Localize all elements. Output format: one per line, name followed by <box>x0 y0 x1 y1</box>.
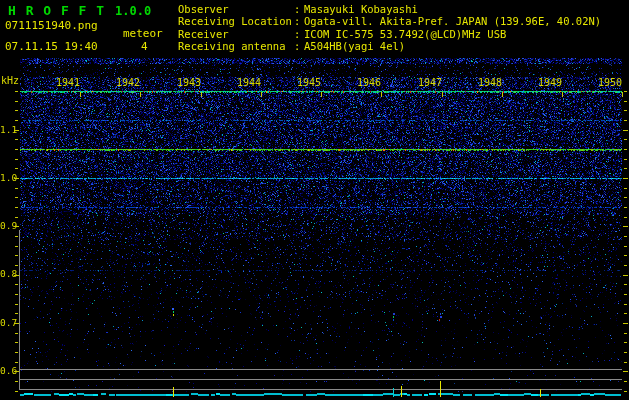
output-filename: 0711151940.png <box>5 20 98 31</box>
app-title: H R O F F T <box>8 3 105 18</box>
hrofft-window: H R O F F T1.0.0 0711151940.png meteor 0… <box>0 0 629 400</box>
info-value: Ogata-vill. Akita-Pref. JAPAN (139.96E, … <box>304 15 601 27</box>
time-tick-label: 1942 <box>116 78 142 88</box>
info-label: Receiving antenna <box>178 40 294 52</box>
time-tick-label: 1945 <box>297 78 323 88</box>
time-tick-label: 1947 <box>418 78 444 88</box>
time-tick-label: 1944 <box>237 78 263 88</box>
info-row-receiver: Receiver:ICOM IC-575 53.7492(@LCD)MHz US… <box>178 28 601 40</box>
freq-tick-label: 0.6 <box>0 366 14 376</box>
app-title-row: H R O F F T1.0.0 <box>8 4 151 17</box>
info-label: Observer <box>178 3 294 15</box>
info-separator: : <box>294 15 304 27</box>
time-tick-label: 1941 <box>56 78 82 88</box>
app-version: 1.0.0 <box>115 4 151 18</box>
spectrogram-canvas <box>0 0 629 400</box>
freq-tick-label: 0.7 <box>0 318 14 328</box>
freq-tick-label: 1.0 <box>0 173 14 183</box>
time-tick-label: 1950 <box>598 78 624 88</box>
time-tick-label: 1943 <box>177 78 203 88</box>
freq-tick-label: 1.1 <box>0 125 14 135</box>
freq-tick-label: 0.8 <box>0 269 14 279</box>
info-row-observer: Observer:Masayuki Kobayashi <box>178 3 601 15</box>
info-value: A504HB(yagi 4el) <box>304 40 405 52</box>
observation-datetime: 07.11.15 19:40 <box>5 41 98 52</box>
mode-label: meteor <box>123 28 163 39</box>
info-separator: : <box>294 28 304 40</box>
info-value: ICOM IC-575 53.7492(@LCD)MHz USB <box>304 28 506 40</box>
time-tick-label: 1946 <box>357 78 383 88</box>
info-separator: : <box>294 3 304 15</box>
info-value: Masayuki Kobayashi <box>304 3 418 15</box>
time-tick-label: 1948 <box>478 78 504 88</box>
info-row-antenna: Receiving antenna:A504HB(yagi 4el) <box>178 40 601 52</box>
time-tick-label: 1949 <box>538 78 564 88</box>
info-row-location: Receiving Location:Ogata-vill. Akita-Pre… <box>178 15 601 27</box>
freq-unit-label: kHz <box>1 76 19 86</box>
freq-tick-label: 0.9 <box>0 221 14 231</box>
info-separator: : <box>294 40 304 52</box>
info-label: Receiving Location <box>178 15 294 27</box>
info-label: Receiver <box>178 28 294 40</box>
meteor-count: 4 <box>141 41 148 52</box>
station-info: Observer:Masayuki Kobayashi Receiving Lo… <box>178 3 601 53</box>
